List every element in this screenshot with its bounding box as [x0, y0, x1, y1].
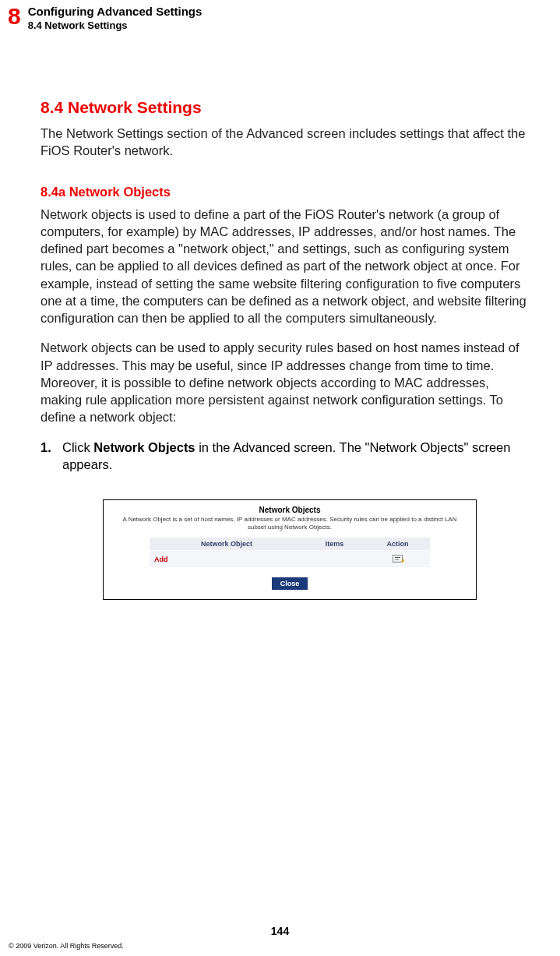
screenshot-frame: Network Objects A Network Object is a se…	[103, 499, 477, 600]
step-bold: Network Objects	[93, 440, 195, 454]
page-number: 144	[0, 925, 560, 937]
network-objects-table: Network Object Items Action Add	[150, 538, 430, 567]
copyright: © 2009 Verizon. All Rights Reserved.	[9, 942, 124, 950]
col-action: Action	[365, 538, 430, 551]
screenshot-description: A Network Object is a set of host names,…	[108, 516, 471, 538]
step-1: 1. Click Network Objects in the Advanced…	[41, 439, 531, 474]
header-subtitle: 8.4 Network Settings	[28, 19, 203, 32]
header-title: Configuring Advanced Settings	[28, 5, 203, 19]
chapter-number: 8	[8, 5, 20, 28]
subsection-para-1: Network objects is used to define a part…	[41, 206, 531, 327]
table-header-row: Network Object Items Action	[150, 538, 430, 551]
page-content: 8.4 Network Settings The Network Setting…	[41, 98, 531, 600]
col-items: Items	[304, 538, 365, 551]
screenshot-title: Network Objects	[108, 504, 471, 516]
col-network-object: Network Object	[150, 538, 304, 551]
step-pre: Click	[62, 440, 93, 454]
close-button[interactable]: Close	[272, 577, 308, 590]
section-heading: 8.4 Network Settings	[41, 98, 531, 117]
subsection-para-2: Network objects can be used to apply sec…	[41, 339, 531, 425]
table-row: Add	[150, 551, 430, 568]
add-link[interactable]: Add	[154, 556, 168, 563]
screenshot-container: Network Objects A Network Object is a se…	[103, 499, 477, 600]
step-text: Click Network Objects in the Advanced sc…	[62, 439, 531, 474]
section-intro: The Network Settings section of the Adva…	[41, 125, 531, 160]
edit-icon[interactable]	[393, 555, 403, 563]
running-header: 8 Configuring Advanced Settings 8.4 Netw…	[8, 5, 202, 32]
step-number: 1.	[41, 439, 62, 474]
subsection-heading: 8.4a Network Objects	[41, 185, 531, 199]
